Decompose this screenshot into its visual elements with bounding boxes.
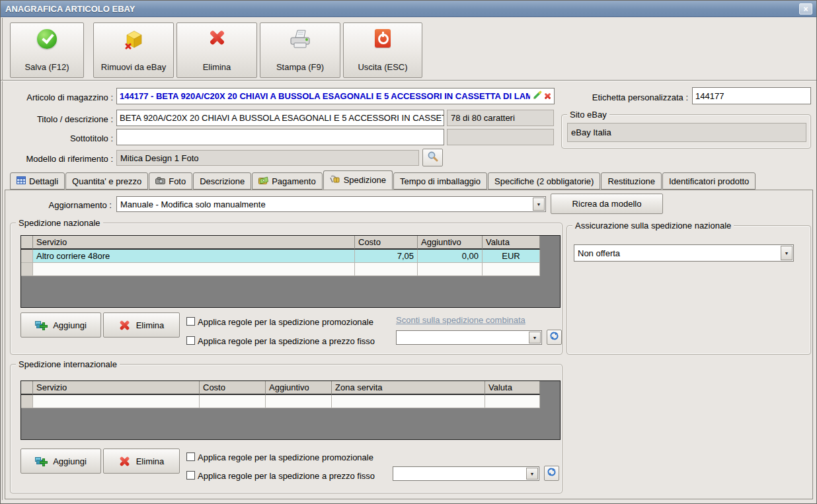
cell-valuta-empty[interactable]: [485, 395, 540, 408]
tab-pagamento[interactable]: Pagamento: [252, 172, 323, 190]
etichetta-value: 144177: [695, 91, 724, 101]
tab-spedizione[interactable]: Spedizione: [323, 170, 393, 190]
cell-costo-empty[interactable]: [200, 395, 266, 408]
printer-icon: [288, 29, 312, 52]
international-promo-rules-label: Applica regole per la spedizione promozi…: [198, 452, 373, 462]
chevron-down-icon[interactable]: ▼: [533, 198, 545, 211]
national-promo-rules-checkbox[interactable]: [186, 317, 195, 326]
save-button[interactable]: Salva (F12): [10, 22, 84, 78]
international-refresh-button[interactable]: [544, 466, 559, 481]
cell-zona-servita-empty[interactable]: [332, 395, 485, 408]
aggiornamento-value: Manuale - Modifica solo manualmente: [117, 197, 532, 211]
titolo-label: Titolo / descrizione :: [14, 114, 113, 124]
tab-identificatori-prodotto[interactable]: Identificatori prodotto: [662, 172, 756, 190]
col-aggiuntivo-header[interactable]: Aggiuntivo: [418, 236, 483, 250]
tab-pagamento-label: Pagamento: [272, 176, 316, 186]
col-valuta-header[interactable]: Valuta: [483, 236, 540, 250]
international-add-button[interactable]: Aggiungi: [20, 449, 101, 474]
ebay-article-window: ANAGRAFICA ARTICOLO EBAY × Salva (F12) R…: [0, 0, 817, 504]
international-delete-button[interactable]: Elimina: [103, 449, 180, 474]
cell-valuta[interactable]: EUR: [483, 250, 540, 263]
national-refresh-button[interactable]: [547, 330, 562, 345]
etichetta-field[interactable]: 144177: [692, 87, 811, 104]
titlebar[interactable]: ANAGRAFICA ARTICOLO EBAY ×: [1, 1, 816, 17]
etichetta-label: Etichetta personalizzata :: [569, 92, 688, 102]
print-button[interactable]: Stampa (F9): [260, 22, 340, 78]
row-selector[interactable]: [21, 395, 33, 408]
national-rules-combobox[interactable]: ▼: [396, 330, 542, 345]
international-fixed-price-rules-checkbox[interactable]: [186, 471, 195, 480]
combined-shipping-discounts-link[interactable]: Sconti sulla spedizione combinata: [396, 315, 525, 325]
tab-foto-label: Foto: [169, 176, 186, 186]
international-add-label: Aggiungi: [53, 456, 87, 466]
tab-restituzione[interactable]: Restituzione: [601, 172, 662, 190]
tab-descrizione[interactable]: Descrizione: [193, 172, 251, 190]
add-plus-icon: [35, 456, 47, 466]
cell-servizio-empty[interactable]: [33, 395, 200, 408]
tab-dettagli[interactable]: Dettagli: [10, 172, 65, 190]
table-row-empty[interactable]: [21, 395, 560, 408]
tab-dettagli-label: Dettagli: [29, 176, 58, 186]
col-costo-header[interactable]: Costo: [355, 236, 418, 250]
cell-valuta-empty[interactable]: [483, 263, 540, 276]
delete-button[interactable]: Elimina: [176, 22, 257, 78]
tab-descrizione-label: Descrizione: [200, 176, 245, 186]
cell-servizio[interactable]: Altro corriere 48ore: [33, 250, 355, 263]
exit-button[interactable]: Uscita (ESC): [343, 22, 422, 78]
chevron-down-icon[interactable]: ▼: [529, 332, 541, 343]
shipping-icon: [330, 175, 340, 185]
national-fixed-price-rules-checkbox[interactable]: [186, 336, 195, 345]
national-delete-button[interactable]: Elimina: [103, 312, 180, 338]
search-model-button[interactable]: [422, 149, 443, 166]
col-aggiuntivo-header[interactable]: Aggiuntivo: [266, 381, 332, 395]
col-servizio-header[interactable]: Servizio: [33, 381, 200, 395]
cell-aggiuntivo[interactable]: 0,00: [418, 250, 483, 263]
aggiornamento-combobox[interactable]: Manuale - Modifica solo manualmente ▼: [116, 196, 546, 212]
row-selector[interactable]: [21, 263, 33, 276]
national-insurance-title: Assicurazione sulla spedizione nazionale: [572, 221, 734, 231]
print-button-label: Stampa (F9): [276, 62, 324, 72]
remove-from-ebay-button[interactable]: Rimuovi da eBay: [93, 22, 174, 78]
national-add-button[interactable]: Aggiungi: [20, 312, 101, 338]
titolo-field[interactable]: BETA 920A/C20X 20 CHIAVI A BUSSOLA ESAGO…: [116, 110, 444, 126]
cell-costo[interactable]: 7,05: [355, 250, 418, 263]
international-rules-combobox[interactable]: ▼: [393, 466, 539, 481]
cell-servizio-empty[interactable]: [33, 263, 355, 276]
col-valuta-header[interactable]: Valuta: [485, 381, 540, 395]
national-promo-rules-label: Applica regole per la spedizione promozi…: [198, 317, 373, 327]
clear-articolo-icon[interactable]: [544, 92, 551, 100]
international-promo-rules-checkbox[interactable]: [186, 452, 195, 461]
national-insurance-combobox[interactable]: Non offerta ▼: [574, 244, 794, 262]
modello-field[interactable]: Mitica Design 1 Foto: [116, 150, 419, 166]
articolo-field[interactable]: 144177 - BETA 920A/C20X 20 CHIAVI A BUSS…: [116, 88, 555, 104]
cell-costo-empty[interactable]: [355, 263, 418, 276]
ricrea-da-modello-button[interactable]: Ricrea da modello: [551, 194, 663, 214]
tab-quantita-e-prezzo[interactable]: Quantita' e prezzo: [65, 172, 148, 190]
edit-pencil-icon[interactable]: [532, 90, 542, 102]
row-selector[interactable]: [21, 250, 33, 263]
add-plus-icon: [35, 320, 47, 330]
tab-foto[interactable]: Foto: [149, 172, 192, 190]
close-icon[interactable]: ×: [799, 3, 812, 15]
sottotitolo-field[interactable]: [116, 129, 444, 145]
col-servizio-header[interactable]: Servizio: [33, 236, 355, 250]
tab-specifiche[interactable]: Specifiche (2 obbligatorie): [488, 172, 600, 190]
row-selector-header: [21, 381, 33, 395]
chevron-down-icon[interactable]: ▼: [526, 468, 538, 480]
titolo-value: BETA 920A/C20X 20 CHIAVI A BUSSOLA ESAGO…: [120, 113, 444, 123]
tab-tempo-di-imballaggio[interactable]: Tempo di imballaggio: [393, 172, 487, 190]
tab-spedizione-label: Spedizione: [344, 175, 386, 185]
cell-aggiuntivo-empty[interactable]: [418, 263, 483, 276]
tab-specifiche-label: Specifiche (2 obbligatorie): [494, 176, 594, 186]
toolbar-separator: [1, 80, 816, 81]
table-row-empty[interactable]: [21, 263, 560, 276]
power-exit-icon: [375, 29, 391, 48]
window-title: ANAGRAFICA ARTICOLO EBAY: [1, 4, 135, 14]
spedizione-nazionale-title: Spedizione nazionale: [16, 218, 103, 228]
cell-aggiuntivo-empty[interactable]: [266, 395, 332, 408]
table-row[interactable]: Altro corriere 48ore 7,05 0,00 EUR: [21, 250, 560, 263]
col-costo-header[interactable]: Costo: [200, 381, 266, 395]
chevron-down-icon[interactable]: ▼: [781, 246, 793, 260]
national-delete-label: Elimina: [136, 320, 165, 330]
col-zona-servita-header[interactable]: Zona servita: [332, 381, 485, 395]
